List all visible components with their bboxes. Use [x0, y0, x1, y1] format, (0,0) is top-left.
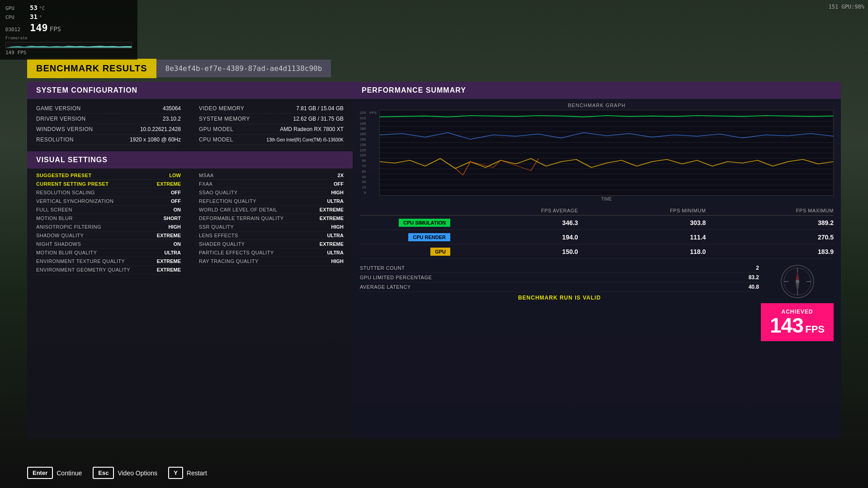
- visual-settings-grid: SUGGESTED PRESET LOW CURRENT SETTING PRE…: [27, 169, 353, 277]
- cpu-sim-avg: 346.3: [450, 219, 578, 226]
- config-row-vram: VIDEO MEMORY 7.81 GB / 15.04 GB: [199, 103, 344, 114]
- hud-cpu-value: 31: [30, 13, 38, 22]
- visual-row-night-shadows: NIGHT SHADOWS ON: [36, 240, 181, 249]
- hud-gpu-label: GPU: [5, 5, 28, 12]
- visual-row-fullscreen: FULL SCREEN ON: [36, 206, 181, 214]
- esc-label: Video Options: [118, 469, 157, 477]
- hud-graph: [5, 42, 132, 48]
- perf-stats: FPS AVERAGE FPS MINIMUM FPS MAXIMUM CPU …: [353, 203, 841, 262]
- left-panel: SYSTEM CONFIGURATION GAME VERSION 435064…: [27, 82, 353, 439]
- perf-row-cpu-sim: CPU SIMULATION 346.3 303.8 389.2: [360, 216, 834, 230]
- visual-row-msaa: MSAA 2X: [199, 171, 344, 180]
- badge-cpu-render: CPU RENDER: [408, 233, 450, 241]
- hud-cpu-unit: °: [39, 14, 42, 21]
- benchmark-title: BENCHMARK RESULTS: [27, 59, 156, 78]
- badge-gpu: GPU: [430, 248, 450, 256]
- badge-cpu-simulation: CPU SIMULATION: [399, 219, 450, 227]
- perf-header: PERFORMANCE SUMMARY: [353, 82, 841, 99]
- hud-fps-value: 149: [30, 21, 48, 35]
- gpu-max: 183.9: [706, 248, 834, 255]
- visual-row-suggested: SUGGESTED PRESET LOW: [36, 171, 181, 180]
- benchmark-header: BENCHMARK RESULTS 8e34ef4b-ef7e-4389-87a…: [27, 59, 841, 78]
- enter-key-badge: Enter: [27, 467, 53, 479]
- benchmark-id: 8e34ef4b-ef7e-4389-87ad-ae4d1138c90b: [156, 60, 331, 77]
- system-config-grid: GAME VERSION 435064 DRIVER VERSION 23.10…: [27, 99, 353, 150]
- control-esc[interactable]: Esc Video Options: [93, 467, 157, 479]
- y-axis: 225210195180165150 135120105907560 45301…: [360, 110, 368, 196]
- compass-decoration: [779, 263, 816, 300]
- control-enter[interactable]: Enter Continue: [27, 467, 82, 479]
- hud-d3d-label: D3D12: [5, 26, 28, 33]
- enter-label: Continue: [57, 469, 82, 477]
- graph-title: BENCHMARK GRAPH: [360, 103, 834, 108]
- visual-left-col: SUGGESTED PRESET LOW CURRENT SETTING PRE…: [27, 169, 190, 277]
- config-row-windows: WINDOWS VERSION 10.0.22621.2428: [36, 124, 181, 135]
- visual-row-particles: PARTICLE EFFECTS QUALITY ULTRA: [199, 249, 344, 257]
- hud-gpu-value: 53: [30, 4, 38, 13]
- perf-row-gpu: GPU 150.0 118.0 183.9: [360, 244, 834, 259]
- visual-row-reflect: REFLECTION QUALITY ULTRA: [199, 197, 344, 206]
- y-label: Restart: [187, 469, 207, 477]
- graph-area: 225210195180165150 135120105907560 45301…: [360, 110, 834, 202]
- achieved-container: ACHIEVED 143 FPS: [761, 263, 834, 343]
- hud-gpu-unit: °C: [39, 5, 45, 12]
- achieved-fps-unit: FPS: [805, 324, 825, 335]
- hud-overlay: GPU 53 °C CPU 31 ° D3D12 149 FPS Framera…: [0, 0, 137, 60]
- cpu-sim-max: 389.2: [706, 219, 834, 226]
- visual-row-env-tex: ENVIRONMENT TEXTURE QUALITY EXTREME: [36, 257, 181, 266]
- y-key-badge: Y: [168, 467, 183, 479]
- hud-cpu-label: CPU: [5, 14, 28, 21]
- visual-row-motion-blur: MOTION BLUR SHORT: [36, 214, 181, 223]
- visual-row-aniso: ANISOTROPIC FILTERING HIGH: [36, 223, 181, 231]
- main-panel: BENCHMARK RESULTS 8e34ef4b-ef7e-4389-87a…: [27, 59, 841, 443]
- visual-row-shader: SHADER QUALITY EXTREME: [199, 240, 344, 249]
- cpu-render-min: 111.4: [578, 234, 706, 241]
- system-config-right-col: VIDEO MEMORY 7.81 GB / 15.04 GB SYSTEM M…: [190, 103, 353, 145]
- hud-framerate-label: Framerate: [5, 35, 132, 41]
- visual-row-ssao: SSAO QUALITY HIGH: [199, 188, 344, 197]
- visual-row-current: CURRENT SETTING PRESET EXTREME: [36, 180, 181, 188]
- visual-settings: VISUAL SETTINGS SUGGESTED PRESET LOW CUR…: [27, 151, 353, 277]
- visual-row-world-car: WORLD CAR LEVEL OF DETAIL EXTREME: [199, 206, 344, 214]
- config-row-resolution: RESOLUTION 868 x 488 @ 60Hz: [36, 135, 181, 145]
- visual-row-env-geo: ENVIRONMENT GEOMETRY QUALITY EXTREME: [36, 266, 181, 274]
- graph-svg: [380, 110, 833, 195]
- config-row-game-version: GAME VERSION 435064: [36, 103, 181, 114]
- achieved-fps-display: 143 FPS: [770, 315, 825, 336]
- visual-row-res-scaling: RESOLUTION SCALING OFF: [36, 188, 181, 197]
- benchmark-valid-label: BENCHMARK RUN IS VALID: [360, 295, 759, 301]
- perf-row-cpu-render: CPU RENDER 194.0 111.4 270.5: [360, 230, 834, 244]
- config-row-driver: DRIVER VERSION 23.10.2: [36, 114, 181, 124]
- stat-gpu-limited: GPU LIMITED PERCENTAGE 83.2: [360, 273, 759, 282]
- config-row-gpu-model: GPU MODEL AMD Radeon RX 7800 XT: [199, 124, 344, 135]
- visual-row-lens: LENS EFFECTS ULTRA: [199, 231, 344, 240]
- visual-row-vsync: VERTICAL SYNCHRONIZATION OFF: [36, 197, 181, 206]
- stat-avg-latency: AVERAGE LATENCY 40.8: [360, 282, 759, 292]
- bottom-controls: Enter Continue Esc Video Options Y Resta…: [27, 467, 207, 479]
- system-config-header: SYSTEM CONFIGURATION: [27, 82, 353, 99]
- visual-right-col: MSAA 2X FXAA OFF SSAO QUALITY HIGH REF: [190, 169, 353, 277]
- achieved-fps-value: 143: [770, 314, 803, 337]
- visual-row-mb-quality: MOTION BLUR QUALITY ULTRA: [36, 249, 181, 257]
- perf-stats-header: FPS AVERAGE FPS MINIMUM FPS MAXIMUM: [360, 206, 834, 216]
- content-area: SYSTEM CONFIGURATION GAME VERSION 435064…: [27, 82, 841, 439]
- visual-row-shadow: SHADOW QUALITY EXTREME: [36, 231, 181, 240]
- hud-top-right: 151 GPU:98%: [829, 4, 864, 10]
- control-y[interactable]: Y Restart: [168, 467, 207, 479]
- bottom-stats-area: STUTTER COUNT 2 GPU LIMITED PERCENTAGE 8…: [353, 262, 841, 345]
- svg-point-8: [796, 280, 799, 283]
- right-panel: PERFORMANCE SUMMARY BENCHMARK GRAPH 2252…: [353, 82, 841, 439]
- achieved-box: ACHIEVED 143 FPS: [761, 303, 834, 341]
- gpu-avg: 150.0: [450, 248, 578, 255]
- config-row-cpu-model: CPU MODEL 13th Gen Intel(R) Core(TM) i5-…: [199, 135, 344, 145]
- stats-left: STUTTER COUNT 2 GPU LIMITED PERCENTAGE 8…: [360, 263, 759, 343]
- system-config-left-col: GAME VERSION 435064 DRIVER VERSION 23.10…: [27, 103, 190, 145]
- stat-stutter: STUTTER COUNT 2: [360, 263, 759, 273]
- graph-canvas: [379, 110, 834, 196]
- cpu-sim-min: 303.8: [578, 219, 706, 226]
- graph-canvas-wrapper: TIME: [379, 110, 834, 202]
- visual-row-ssr: SSR QUALITY HIGH: [199, 223, 344, 231]
- hud-fps-display: 149 FPS: [5, 49, 132, 56]
- cpu-render-avg: 194.0: [450, 234, 578, 241]
- time-label: TIME: [379, 197, 834, 202]
